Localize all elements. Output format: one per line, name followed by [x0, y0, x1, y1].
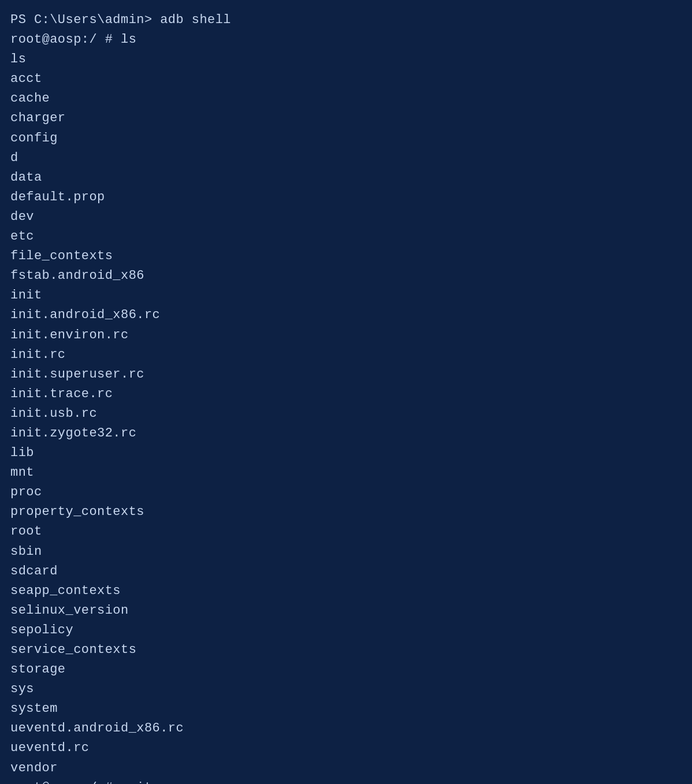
terminal-line: init.environ.rc [10, 326, 682, 345]
terminal-line: mnt [10, 463, 682, 483]
terminal-line: data [10, 168, 682, 188]
terminal-line: root [10, 522, 682, 542]
terminal-line: proc [10, 483, 682, 502]
terminal-line: selinux_version [10, 601, 682, 621]
terminal-line: default.prop [10, 188, 682, 207]
terminal-line: init.android_x86.rc [10, 305, 682, 325]
terminal-line: PS C:\Users\admin> adb shell [10, 10, 682, 30]
terminal-line: storage [10, 660, 682, 680]
terminal-line: ueventd.android_x86.rc [10, 719, 682, 738]
terminal-line: init.rc [10, 345, 682, 365]
terminal-line: sepolicy [10, 621, 682, 640]
terminal-line: d [10, 148, 682, 168]
terminal-line: file_contexts [10, 247, 682, 266]
terminal-window: PS C:\Users\admin> adb shellroot@aosp:/ … [10, 10, 682, 784]
terminal-line: vendor [10, 759, 682, 778]
terminal-line: init [10, 286, 682, 305]
terminal-line: seapp_contexts [10, 581, 682, 601]
terminal-line: sbin [10, 542, 682, 562]
terminal-line: system [10, 699, 682, 719]
terminal-line: ueventd.rc [10, 738, 682, 758]
terminal-line: etc [10, 227, 682, 247]
terminal-line: property_contexts [10, 502, 682, 522]
terminal-line: dev [10, 207, 682, 227]
terminal-line: charger [10, 109, 682, 128]
terminal-line: config [10, 129, 682, 148]
terminal-line: sys [10, 680, 682, 699]
terminal-line: init.superuser.rc [10, 365, 682, 384]
terminal-line: service_contexts [10, 640, 682, 660]
terminal-line: root@aosp:/ # exit [10, 778, 682, 784]
terminal-line: init.zygote32.rc [10, 424, 682, 443]
terminal-line: ls [10, 50, 682, 69]
terminal-line: root@aosp:/ # ls [10, 30, 682, 50]
terminal-line: acct [10, 69, 682, 89]
terminal-line: sdcard [10, 562, 682, 581]
terminal-line: init.trace.rc [10, 384, 682, 404]
terminal-line: fstab.android_x86 [10, 266, 682, 286]
terminal-line: cache [10, 89, 682, 109]
terminal-line: init.usb.rc [10, 404, 682, 424]
terminal-line: lib [10, 443, 682, 463]
